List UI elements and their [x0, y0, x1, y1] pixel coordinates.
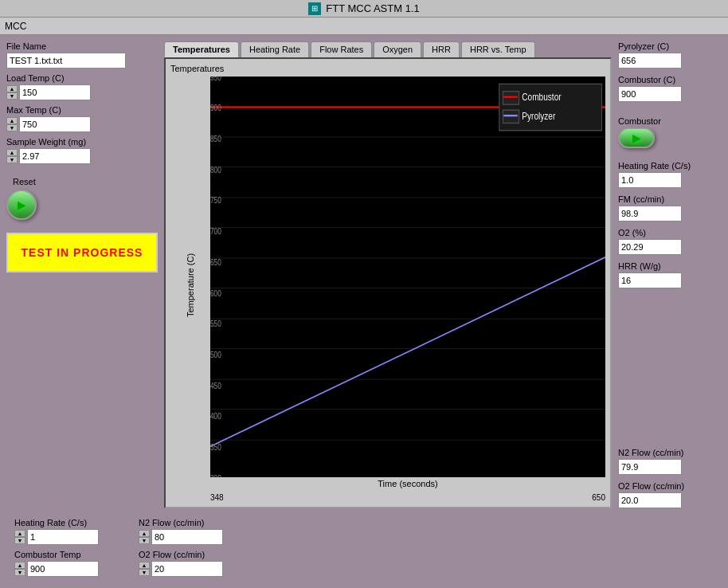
reset-button[interactable] — [6, 190, 37, 220]
combustor-led-button[interactable] — [618, 127, 655, 148]
x-axis-label: Time (seconds) — [210, 479, 605, 488]
load-temp-up[interactable]: ▲ — [6, 85, 18, 92]
max-temp-value[interactable]: 750 — [19, 116, 91, 132]
bottom-ct-up[interactable]: ▲ — [14, 562, 25, 569]
bottom-o2-value[interactable]: 20 — [151, 561, 223, 577]
combustor-led-field: Combustor — [618, 116, 722, 148]
x-tick-max: 650 — [592, 493, 605, 502]
svg-text:950: 950 — [210, 76, 221, 82]
svg-text:Combustor: Combustor — [522, 92, 561, 102]
sample-weight-spinner: ▲ ▼ 2.97 — [6, 148, 158, 164]
sample-weight-down[interactable]: ▼ — [6, 156, 18, 163]
hrr-value[interactable]: 16 — [618, 272, 682, 288]
tab-heating-rate[interactable]: Heating Rate — [241, 41, 309, 57]
chart-svg: Combustor Pyrolyzer 95090085080075070065… — [210, 76, 605, 477]
svg-text:550: 550 — [210, 319, 221, 328]
o2-value[interactable]: 20.29 — [618, 239, 682, 255]
bottom-n2-spinner: ▲ ▼ 80 — [139, 529, 223, 545]
svg-text:700: 700 — [210, 226, 221, 236]
load-temp-down[interactable]: ▼ — [6, 92, 18, 100]
tab-oxygen[interactable]: Oxygen — [374, 41, 421, 57]
n2-flow-right-value[interactable]: 79.9 — [618, 459, 682, 475]
bottom-n2-label: N2 Flow (cc/min) — [139, 518, 223, 527]
x-tick-labels: 348 650 — [170, 493, 605, 502]
bottom-heating-rate-value[interactable]: 1 — [27, 529, 99, 545]
bottom-combustor-temp-value[interactable]: 900 — [27, 561, 99, 577]
bottom-section: Heating Rate (C/s) ▲ ▼ 1 Combustor Temp … — [6, 513, 722, 582]
load-temp-group: Load Temp (C) ▲ ▼ 150 — [6, 73, 158, 100]
combustor-c-value[interactable]: 900 — [618, 86, 682, 102]
chart-inner: Combustor Pyrolyzer 95090085080075070065… — [210, 76, 605, 493]
svg-text:800: 800 — [210, 165, 221, 174]
menu-bar: MCC — [0, 18, 728, 35]
svg-text:Pyrolyzer: Pyrolyzer — [522, 111, 555, 121]
pyrolyzer-c-value[interactable]: 656 — [618, 53, 682, 69]
reset-group: Reset — [6, 177, 158, 220]
file-name-input[interactable]: TEST 1.txt.txt — [6, 53, 126, 69]
tab-hrr[interactable]: HRR — [423, 41, 460, 57]
sample-weight-up[interactable]: ▲ — [6, 149, 18, 156]
bottom-n2-value[interactable]: 80 — [151, 529, 223, 545]
chart-container: Temperatures Temperature (C) — [164, 57, 612, 508]
o2-flow-right-label: O2 Flow (cc/min) — [618, 481, 722, 491]
center-panel: Temperatures Heating Rate Flow Rates Oxy… — [164, 41, 612, 508]
fm-label: FM (cc/min) — [618, 194, 722, 204]
bottom-hr-down[interactable]: ▼ — [14, 537, 25, 544]
combustor-c-field: Combustor (C) 900 — [618, 75, 722, 102]
sample-weight-group: Sample Weight (mg) ▲ ▼ 2.97 — [6, 137, 158, 164]
sample-weight-arrows[interactable]: ▲ ▼ — [6, 149, 18, 163]
x-tick-min: 348 — [210, 493, 224, 502]
reset-label: Reset — [13, 177, 36, 186]
bottom-o2-down[interactable]: ▼ — [139, 569, 150, 576]
tab-flow-rates[interactable]: Flow Rates — [311, 41, 372, 57]
bottom-n2-up[interactable]: ▲ — [139, 530, 150, 537]
max-temp-spinner: ▲ ▼ 750 — [6, 116, 158, 132]
bottom-combustor-temp-group: Combustor Temp ▲ ▼ 900 — [14, 550, 99, 577]
bottom-combustor-temp-spinner: ▲ ▼ 900 — [14, 561, 99, 577]
main-container: File Name TEST 1.txt.txt Load Temp (C) ▲… — [0, 35, 728, 588]
pyrolyzer-c-field: Pyrolyzer (C) 656 — [618, 41, 722, 69]
bottom-ct-down[interactable]: ▼ — [14, 569, 25, 576]
svg-text:650: 650 — [210, 257, 221, 267]
o2-label: O2 (%) — [618, 228, 722, 237]
load-temp-spinner: ▲ ▼ 150 — [6, 84, 158, 100]
max-temp-up[interactable]: ▲ — [6, 117, 18, 124]
max-temp-group: Max Temp (C) ▲ ▼ 750 — [6, 105, 158, 132]
max-temp-arrows[interactable]: ▲ ▼ — [6, 117, 18, 131]
fm-value[interactable]: 98.9 — [618, 206, 682, 221]
window-title: FTT MCC ASTM 1.1 — [326, 2, 420, 14]
tab-temperatures[interactable]: Temperatures — [164, 41, 239, 57]
title-bar: ⊞ FTT MCC ASTM 1.1 — [0, 0, 728, 18]
bottom-hr-up[interactable]: ▲ — [14, 530, 25, 537]
tab-hrr-vs-temp[interactable]: HRR vs. Temp — [461, 41, 535, 57]
svg-text:750: 750 — [210, 195, 221, 205]
bottom-heating-rate-group: Heating Rate (C/s) ▲ ▼ 1 — [14, 518, 99, 545]
o2-flow-right-value[interactable]: 20.0 — [618, 492, 682, 508]
test-status: TEST IN PROGRESS — [6, 233, 158, 272]
x-axis-label-row: Time (seconds) — [210, 477, 605, 493]
heating-rate-value[interactable]: 1.0 — [618, 172, 682, 188]
heating-rate-field: Heating Rate (C/s) 1.0 — [618, 161, 722, 188]
menu-mcc[interactable]: MCC — [5, 21, 26, 32]
pyrolyzer-c-label: Pyrolyzer (C) — [618, 41, 722, 51]
bottom-combustor-temp-label: Combustor Temp — [14, 550, 99, 559]
combustor-led-label: Combustor — [618, 116, 722, 126]
bottom-o2-group: O2 Flow (cc/min) ▲ ▼ 20 — [139, 550, 223, 577]
hrr-field: HRR (W/g) 16 — [618, 261, 722, 288]
bottom-col-2: N2 Flow (cc/min) ▲ ▼ 80 O2 Flow (cc/min)… — [139, 518, 223, 577]
combustor-c-label: Combustor (C) — [618, 75, 722, 84]
max-temp-down[interactable]: ▼ — [6, 124, 18, 131]
y-axis-area: Temperature (C) — [170, 76, 210, 493]
bottom-o2-label: O2 Flow (cc/min) — [139, 550, 223, 559]
sample-weight-value[interactable]: 2.97 — [19, 148, 91, 164]
load-temp-value[interactable]: 150 — [19, 84, 91, 100]
tabs-container: Temperatures Heating Rate Flow Rates Oxy… — [164, 41, 612, 57]
svg-text:600: 600 — [210, 288, 221, 298]
chart-wrapper: Temperature (C) — [170, 76, 605, 493]
load-temp-arrows[interactable]: ▲ ▼ — [6, 85, 18, 100]
bottom-o2-up[interactable]: ▲ — [139, 562, 150, 569]
svg-text:500: 500 — [210, 350, 221, 359]
bottom-n2-down[interactable]: ▼ — [139, 537, 150, 544]
svg-text:900: 900 — [210, 103, 221, 112]
y-axis-label: Temperature (C) — [186, 253, 195, 316]
